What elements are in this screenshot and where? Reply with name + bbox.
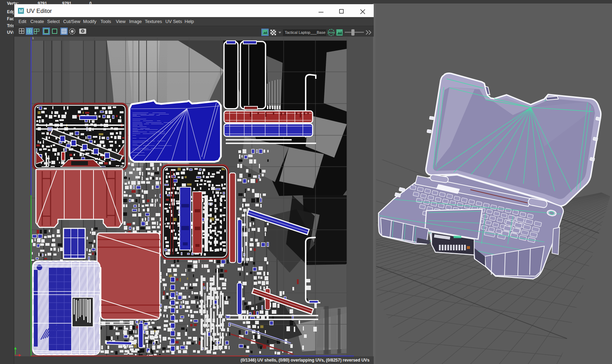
svg-text:1: 1 [32, 36, 34, 40]
